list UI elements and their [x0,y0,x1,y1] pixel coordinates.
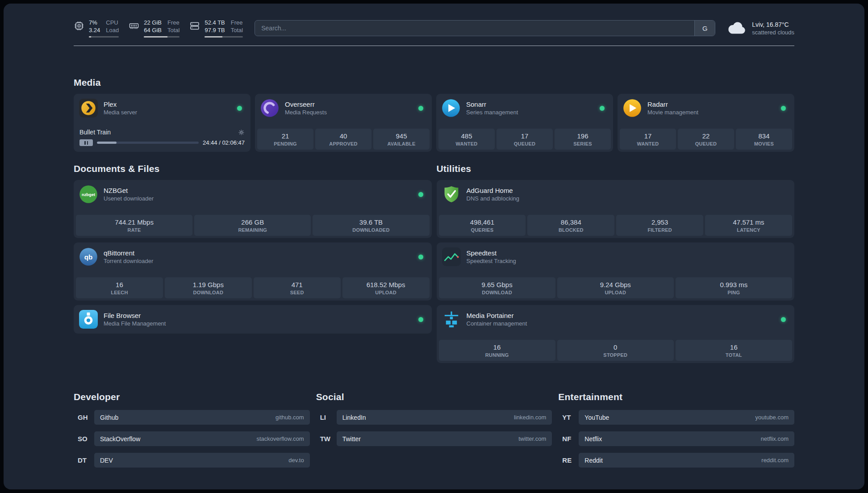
stat-value: 22 [679,132,733,140]
bookmark-dev[interactable]: DT DEV dev.to [74,453,310,468]
weather-location-temp: Lviv, 16.87°C [752,21,794,28]
stat-remaining: 266 GB REMAINING [194,215,311,236]
bookmark-group-developer: Developer GH Github github.com SO StackO… [74,392,310,474]
stat-value: 0 [558,343,673,351]
service-card-qbittorrent[interactable]: qb qBittorrent Torrent downloader 16 LEE… [74,242,432,301]
service-card-adguard[interactable]: AdGuard Home DNS and adblocking 498,461 … [437,180,795,238]
overseerr-icon [260,99,279,117]
playback-progress-track[interactable] [97,142,199,144]
portainer-icon [442,310,461,329]
now-playing-title: Bullet Train [79,129,111,136]
memory-free-label: Free [167,19,179,26]
stat-leech: 16 LEECH [76,277,163,298]
bookmark-linkedin[interactable]: LI LinkedIn linkedin.com [316,410,552,425]
memory-icon [129,19,139,31]
bookmark-github[interactable]: GH Github github.com [74,410,310,425]
stat-label: QUEUED [497,141,552,146]
group-title-media: Media [74,77,794,88]
status-dot [418,255,423,259]
stat-value: 1.19 Gbps [166,281,251,288]
search-provider-button[interactable]: G [694,21,715,36]
stat-label: UPLOAD [558,290,673,295]
service-name: Speedtest [467,249,516,257]
stat-filtered: 2,953 FILTERED [616,215,703,236]
svg-text:qb: qb [84,253,93,261]
stat-wanted: 17 WANTED [620,129,676,150]
stat-value: 40 [316,132,371,140]
bookmark-stackoverflow[interactable]: SO StackOverflow stackoverflow.com [74,431,310,446]
service-name: NZBGet [104,187,154,194]
plex-now-playing: Bullet Train 24:44 / 02:06:47 [76,128,248,150]
bookmark-name: StackOverflow [100,435,140,443]
bookmark-youtube[interactable]: YT YouTube youtube.com [558,410,794,425]
stat-value: 266 GB [195,218,310,226]
service-card-nzbget[interactable]: nzbget NZBGet Usenet downloader 744.21 M… [74,180,432,238]
bookmark-group-social: Social LI LinkedIn linkedin.com TW Twitt… [316,392,552,453]
stat-value: 196 [555,132,610,140]
stat-label: QUERIES [440,227,525,233]
stat-queued: 17 QUEUED [497,129,553,150]
bookmark-abbr: GH [74,414,94,421]
service-description: Torrent downloader [104,258,153,264]
disk-total-value: 97.9 TB [204,26,225,34]
service-description: Series management [466,109,518,116]
search-input[interactable] [255,21,694,36]
stat-downloaded: 39.6 TB DOWNLOADED [313,215,429,236]
sonarr-icon [442,99,460,117]
service-card-radarr[interactable]: Radarr Movie management 17 WANTED 22 QUE… [618,94,794,152]
bookmark-reddit[interactable]: RE Reddit reddit.com [558,453,794,468]
stat-value: 47.571 ms [706,218,791,226]
cpu-usage-label: CPU [106,19,119,26]
stat-label: APPROVED [316,141,371,146]
stat-value: 744.21 Mbps [77,218,192,226]
service-description: Container management [467,320,527,327]
service-description: Media server [104,109,137,116]
stat-upload: 9.24 Gbps UPLOAD [557,277,674,298]
service-name: Plex [104,100,137,108]
service-card-speedtest[interactable]: Speedtest Speedtest Tracking 9.65 Gbps D… [437,242,795,301]
disk-free-label: Free [231,19,243,26]
bookmark-netflix[interactable]: NF Netflix netflix.com [558,431,794,446]
header-divider [74,46,794,46]
service-card-portainer[interactable]: Media Portainer Container management 16 … [437,305,795,363]
service-description: Media Requests [285,109,327,116]
service-card-overseerr[interactable]: Overseerr Media Requests 21 PENDING 40 A… [255,94,432,152]
status-dot [418,192,423,197]
stat-wanted: 485 WANTED [438,129,495,150]
status-dot [781,106,786,111]
group-title-entertainment: Entertainment [558,392,794,402]
bookmark-url: twitter.com [518,435,546,442]
nzbget-icon: nzbget [79,185,98,204]
service-card-filebrowser[interactable]: File Browser Media File Management [74,305,432,334]
stat-queued: 22 QUEUED [678,129,734,150]
stat-label: REMAINING [195,227,310,233]
stat-value: 0.993 ms [676,281,791,288]
stat-label: LATENCY [706,227,791,233]
speedtest-icon [442,247,461,266]
stat-total: 16 TOTAL [676,340,792,361]
service-name: AdGuard Home [467,187,520,194]
stat-label: SERIES [555,141,610,146]
bookmark-url: reddit.com [761,457,789,464]
service-name: Sonarr [466,100,518,108]
bookmark-name: Twitter [342,435,361,443]
stat-value: 945 [374,132,429,140]
stat-value: 9.65 Gbps [440,281,555,288]
group-title-social: Social [316,392,552,402]
stat-label: WANTED [439,141,494,146]
stat-rate: 744.21 Mbps RATE [76,215,192,236]
gear-icon[interactable] [238,129,245,136]
service-name: Radarr [647,100,698,108]
weather-condition: scattered clouds [752,29,794,36]
cpu-progress-bar [89,36,119,38]
pause-button[interactable] [79,139,93,146]
cpu-widget: 7% 3.24 CPU Load [74,19,119,38]
bookmark-twitter[interactable]: TW Twitter twitter.com [316,431,552,446]
bookmark-abbr: SO [74,435,94,443]
bookmark-url: stackoverflow.com [256,435,304,442]
service-card-plex[interactable]: Plex Media server Bullet Train [74,94,250,152]
service-card-sonarr[interactable]: Sonarr Series management 485 WANTED 17 Q… [436,94,613,152]
stat-series: 196 SERIES [555,129,611,150]
search-bar: G [255,20,715,36]
stat-value: 834 [737,132,791,140]
